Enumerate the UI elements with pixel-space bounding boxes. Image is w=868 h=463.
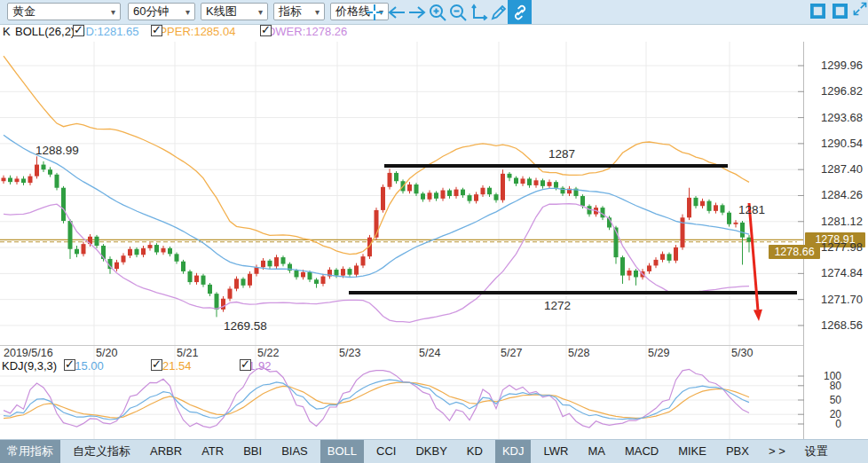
date-label: 5/27 bbox=[501, 347, 522, 359]
tab-CCI[interactable]: CCI bbox=[369, 440, 403, 463]
last-close-badge: 1278.66 bbox=[769, 245, 820, 259]
boll-lower-value: LOWER:1278.26 bbox=[260, 25, 347, 38]
checkbox-checked-icon[interactable]: ✓ bbox=[260, 25, 272, 36]
checkbox-checked-icon[interactable]: ✓ bbox=[151, 359, 162, 371]
date-label: 5/22 bbox=[257, 347, 279, 359]
date-label: 5/23 bbox=[339, 347, 360, 359]
draw-pencil-icon[interactable] bbox=[488, 0, 509, 24]
price-axis-label: 1277.98 bbox=[821, 240, 863, 254]
tab-BBI[interactable]: BBI bbox=[236, 440, 269, 463]
checkbox-checked-icon[interactable]: ✓ bbox=[64, 359, 75, 371]
tab-KD[interactable]: KD bbox=[460, 440, 490, 463]
date-label: 5/21 bbox=[177, 347, 198, 359]
boll-lower-toggle[interactable]: ✓LOWER:1278.26 bbox=[260, 25, 347, 38]
chart-annotation: 1281 bbox=[738, 203, 765, 216]
tab-ATR[interactable]: ATR bbox=[194, 440, 231, 463]
chart-type-select[interactable]: K线图 ▾ bbox=[201, 3, 268, 20]
axis-reset-icon[interactable] bbox=[468, 0, 488, 24]
tab-设置[interactable]: 设置 bbox=[798, 440, 835, 463]
interval-select[interactable]: 60分钟 ▾ bbox=[128, 3, 195, 20]
chevron-down-icon: ▾ bbox=[185, 7, 190, 17]
kdj-header-row: KDJ(9,3,3) ✓K:15.00 ✓D:21.54 ✓J:1.92 bbox=[0, 359, 803, 376]
tab-LWR[interactable]: LWR bbox=[536, 440, 575, 463]
crosshair-icon[interactable] bbox=[364, 0, 384, 24]
chevron-down-icon: ▾ bbox=[258, 7, 263, 17]
chart-type-select-value: K线图 bbox=[206, 4, 237, 20]
checkbox-checked-icon[interactable]: ✓ bbox=[151, 25, 162, 36]
kdj-axis-label: 50 bbox=[830, 394, 841, 406]
chart-annotation: 1272 bbox=[544, 299, 571, 312]
date-label: 5/28 bbox=[568, 347, 589, 359]
layout-pane-icon[interactable] bbox=[809, 4, 825, 20]
date-label: 5/20 bbox=[96, 347, 117, 359]
indicator-tab-bar: 常用指标自定义指标ARBRATRBBIBIASBOLLCCIDKBYKDKDJL… bbox=[0, 439, 868, 463]
boll-header-row: K BOLL(26,2) ✓MID:1281.65 ✓UPPER:1285.04… bbox=[0, 25, 803, 42]
chart-annotation: 1288.99 bbox=[36, 144, 79, 157]
arrow-left-icon[interactable] bbox=[386, 0, 406, 24]
symbol-select[interactable]: 黄金 ▾ bbox=[7, 3, 121, 20]
interval-select-value: 60分钟 bbox=[133, 4, 169, 20]
kdj-k-toggle[interactable]: ✓K:15.00 bbox=[64, 359, 104, 373]
kdj-axis-label: 80 bbox=[830, 380, 841, 392]
price-axis-label: 1290.54 bbox=[821, 137, 863, 150]
chart-annotation: 1269.58 bbox=[224, 319, 267, 333]
trading-chart-window: 黄金 ▾ 60分钟 ▾ K线图 ▾ 指标 ▾ 价格线 ▾ bbox=[0, 0, 868, 463]
tab-> >[interactable]: > > bbox=[761, 440, 793, 463]
chevron-down-icon: ▾ bbox=[315, 7, 320, 17]
tab-BOLL[interactable]: BOLL bbox=[320, 440, 364, 463]
price-axis-label: 1299.96 bbox=[821, 59, 863, 72]
tab-MACD[interactable]: MACD bbox=[618, 440, 666, 463]
price-axis-label: 1274.84 bbox=[821, 266, 863, 279]
boll-upper-toggle[interactable]: ✓UPPER:1285.04 bbox=[151, 25, 235, 38]
chevron-down-icon: ▾ bbox=[111, 7, 115, 17]
tab-BIAS[interactable]: BIAS bbox=[274, 440, 315, 463]
indicator-select-value: 指标 bbox=[279, 4, 302, 20]
indicator-select[interactable]: 指标 ▾ bbox=[273, 3, 325, 20]
date-label: 5/24 bbox=[419, 347, 440, 359]
tab-DKBY[interactable]: DKBY bbox=[408, 440, 454, 463]
tab-MA[interactable]: MA bbox=[580, 440, 612, 463]
checkbox-checked-icon[interactable]: ✓ bbox=[73, 25, 84, 36]
price-axis-label: 1284.26 bbox=[821, 188, 863, 201]
zoom-out-icon[interactable] bbox=[447, 0, 468, 24]
boll-upper-value: UPPER:1285.04 bbox=[151, 25, 235, 38]
tab-MIKE[interactable]: MIKE bbox=[671, 440, 714, 463]
tab-KDJ[interactable]: KDJ bbox=[495, 440, 532, 463]
kdj-axis-label: 0 bbox=[835, 418, 841, 430]
boll-name-label: BOLL(26,2) bbox=[15, 25, 75, 38]
price-axis-label: 1293.68 bbox=[821, 111, 863, 124]
zoom-in-icon[interactable] bbox=[427, 0, 447, 24]
date-label: 2019/5/16 bbox=[4, 347, 53, 359]
k-line-label: K bbox=[3, 25, 11, 38]
fullscreen-expand-icon[interactable] bbox=[852, 1, 868, 17]
price-axis-label: 1296.82 bbox=[821, 84, 863, 98]
date-label: 5/30 bbox=[731, 347, 753, 359]
boll-mid-toggle[interactable]: ✓MID:1281.65 bbox=[73, 25, 138, 38]
tab-ARBR[interactable]: ARBR bbox=[143, 440, 189, 463]
toolbar: 黄金 ▾ 60分钟 ▾ K线图 ▾ 指标 ▾ 价格线 ▾ bbox=[0, 0, 868, 25]
tab-PBX[interactable]: PBX bbox=[719, 440, 756, 463]
tab-自定义指标[interactable]: 自定义指标 bbox=[66, 440, 138, 463]
link-charts-icon[interactable] bbox=[508, 0, 532, 24]
main-candlestick-chart[interactable]: 1288.991269.58128712721281 bbox=[0, 42, 804, 359]
tab-常用指标[interactable]: 常用指标 bbox=[0, 440, 60, 463]
price-axis-label: 1268.56 bbox=[821, 318, 863, 332]
kdj-name-label: KDJ(9,3,3) bbox=[2, 359, 57, 373]
kdj-d-toggle[interactable]: ✓D:21.54 bbox=[151, 359, 192, 373]
price-axis-label: 1281.12 bbox=[821, 215, 863, 228]
price-axis-label: 1287.40 bbox=[821, 162, 863, 176]
arrow-right-icon[interactable] bbox=[406, 0, 427, 24]
date-label: 5/29 bbox=[648, 347, 669, 359]
chart-annotation: 1287 bbox=[548, 147, 575, 161]
symbol-select-value: 黄金 bbox=[12, 4, 36, 20]
price-axis: 1278.91 1299.961296.821293.681290.541287… bbox=[804, 42, 868, 439]
layout-pane-icon[interactable] bbox=[832, 4, 848, 20]
checkbox-checked-icon[interactable]: ✓ bbox=[240, 359, 251, 371]
kdj-j-toggle[interactable]: ✓J:1.92 bbox=[240, 359, 271, 373]
price-axis-label: 1271.70 bbox=[821, 293, 863, 306]
date-axis: 2019/5/165/205/215/225/235/245/275/285/2… bbox=[0, 345, 803, 359]
